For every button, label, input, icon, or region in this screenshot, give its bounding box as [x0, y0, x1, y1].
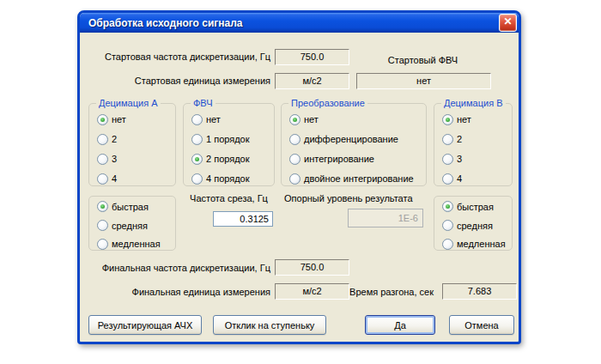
radio-option[interactable]: 4: [442, 173, 512, 185]
radio-label: средняя: [112, 221, 148, 231]
radio-option[interactable]: нет: [97, 113, 175, 125]
radio-icon: [191, 114, 203, 125]
group-hpf-title: ФВЧ: [191, 97, 216, 109]
radio-icon: [97, 154, 108, 165]
group-speed-a: быстраясредняямедленная: [88, 196, 176, 251]
radio-option[interactable]: нет: [442, 113, 512, 125]
radio-icon: [442, 154, 453, 165]
title-bar[interactable]: Обработка исходного сигнала ✕: [80, 13, 519, 33]
radio-icon: [191, 173, 203, 185]
radio-icon: [289, 114, 300, 125]
radio-label: двойное интегрирование: [304, 173, 414, 184]
radio-option[interactable]: 4 порядок: [191, 173, 274, 185]
close-icon[interactable]: ✕: [499, 14, 517, 32]
reference-label: Опорный уровень результата: [284, 192, 434, 204]
radio-label: 1 порядок: [206, 134, 250, 144]
start-rate-field: 750.0: [275, 49, 349, 65]
radio-option[interactable]: медленная: [97, 238, 175, 250]
radio-icon: [97, 220, 108, 231]
radio-label: быстрая: [457, 202, 494, 212]
cutoff-input[interactable]: [213, 211, 273, 227]
radio-icon: [97, 201, 108, 212]
reference-field: 1E-6: [348, 209, 423, 228]
radio-label: медленная: [112, 239, 161, 249]
start-hpf-field: нет: [356, 73, 491, 89]
start-unit-label: Стартовая единица измерения: [80, 75, 270, 87]
radio-option[interactable]: нет: [191, 113, 274, 125]
start-hpf-label: Стартовый ФВЧ: [356, 54, 489, 66]
radio-icon: [289, 173, 300, 185]
radio-icon: [442, 173, 453, 185]
cutoff-label: Частота среза, Гц: [183, 192, 275, 204]
group-decimation-a: Децимация A нет234: [88, 103, 176, 186]
radio-icon: [289, 134, 300, 145]
dialog-client-area: Стартовая частота дискретизации, Гц 750.…: [80, 33, 519, 342]
radio-label: дифференцирование: [304, 134, 398, 144]
radio-label: нет: [206, 114, 221, 124]
radio-label: интегрирование: [304, 154, 374, 164]
radio-option[interactable]: 3: [97, 153, 175, 165]
radio-icon: [442, 114, 453, 125]
radio-option[interactable]: 2: [442, 133, 512, 145]
radio-label: 4 порядок: [206, 173, 250, 184]
radio-option[interactable]: двойное интегрирование: [289, 173, 426, 185]
radio-label: нет: [457, 114, 471, 124]
radio-option[interactable]: нет: [289, 113, 426, 125]
radio-icon: [191, 134, 203, 145]
radio-option[interactable]: средняя: [442, 220, 512, 232]
radio-option[interactable]: быстрая: [442, 201, 512, 213]
radio-label: 2 порядок: [206, 154, 250, 164]
radio-option[interactable]: 1 порядок: [191, 133, 274, 145]
radio-icon: [442, 201, 453, 212]
radio-icon: [442, 134, 453, 145]
group-decimation-b-title: Децимация B: [441, 97, 506, 109]
window-title: Обработка исходного сигнала: [88, 17, 243, 29]
radio-option[interactable]: интегрирование: [289, 153, 426, 165]
radio-label: нет: [304, 114, 319, 124]
final-unit-label: Финальная единица измерения: [80, 286, 270, 298]
rise-time-label: Время разгона, сек: [337, 286, 434, 298]
start-rate-label: Стартовая частота дискретизации, Гц: [80, 51, 270, 63]
radio-label: 2: [112, 134, 117, 144]
radio-label: средняя: [457, 221, 493, 231]
radio-label: 4: [112, 173, 117, 184]
result-afc-button[interactable]: Результирующая АЧХ: [88, 315, 202, 335]
radio-icon: [289, 154, 300, 165]
start-unit-field: м/с2: [275, 73, 349, 89]
group-hpf: ФВЧ нет1 порядок2 порядок4 порядок: [183, 103, 275, 186]
yes-button[interactable]: Да: [365, 315, 435, 335]
group-transform: Преобразование нетдифференцированиеинтег…: [281, 103, 427, 186]
radio-label: нет: [112, 114, 126, 124]
group-decimation-b: Децимация B нет234: [434, 103, 513, 186]
radio-label: 3: [457, 154, 462, 164]
radio-option[interactable]: 2: [97, 133, 175, 145]
group-decimation-a-title: Децимация A: [96, 97, 161, 109]
radio-option[interactable]: дифференцирование: [289, 133, 426, 145]
radio-option[interactable]: быстрая: [97, 201, 175, 213]
radio-icon: [97, 114, 108, 125]
radio-option[interactable]: 3: [442, 153, 512, 165]
radio-option[interactable]: 2 порядок: [191, 153, 274, 165]
radio-option[interactable]: медленная: [442, 238, 512, 250]
group-transform-title: Преобразование: [288, 97, 367, 109]
signal-processing-dialog: Обработка исходного сигнала ✕ Стартовая …: [77, 10, 521, 344]
radio-icon: [191, 154, 203, 165]
final-rate-field: 750.0: [275, 259, 349, 276]
radio-label: 4: [457, 173, 462, 184]
radio-label: медленная: [457, 239, 506, 249]
group-speed-b: быстраясредняямедленная: [434, 196, 513, 251]
radio-icon: [442, 220, 453, 231]
radio-label: 2: [457, 134, 462, 144]
final-rate-label: Финальная частота дискретизации, Гц: [80, 262, 270, 274]
radio-icon: [442, 239, 453, 250]
radio-option[interactable]: 4: [97, 173, 175, 185]
radio-label: быстрая: [112, 202, 149, 212]
radio-icon: [97, 239, 108, 250]
rise-time-field: 7.683: [442, 283, 517, 300]
cancel-button[interactable]: Отмена: [449, 315, 514, 335]
step-response-button[interactable]: Отклик на ступеньку: [213, 315, 326, 335]
radio-option[interactable]: средняя: [97, 220, 175, 232]
radio-icon: [97, 173, 108, 185]
radio-label: 3: [112, 154, 117, 164]
radio-icon: [97, 134, 108, 145]
